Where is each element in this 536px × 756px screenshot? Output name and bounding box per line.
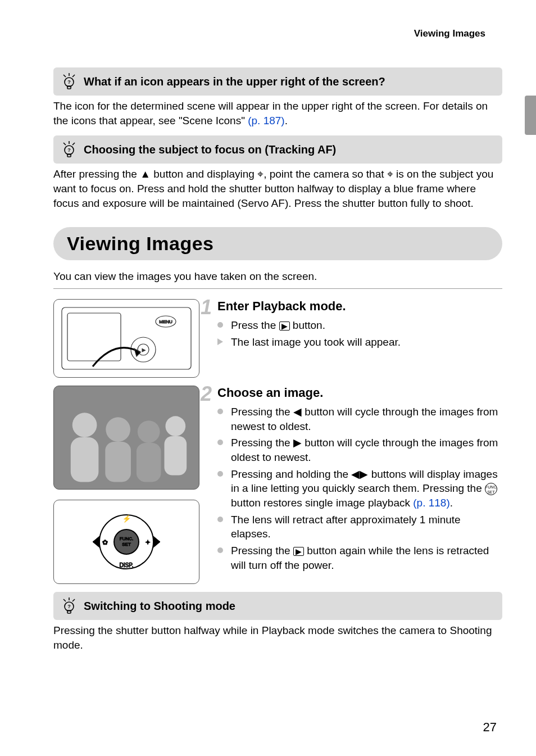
playback-button-icon: ▶ bbox=[293, 547, 304, 556]
step-heading: Choose an image. bbox=[211, 386, 502, 400]
step-number: 2 bbox=[201, 382, 212, 406]
running-header: Viewing Images bbox=[53, 28, 502, 39]
svg-rect-10 bbox=[67, 154, 71, 157]
text: The lens will retract after approximatel… bbox=[231, 514, 461, 540]
tip-body: The icon for the determined scene will a… bbox=[53, 99, 502, 128]
svg-text:?: ? bbox=[67, 604, 71, 609]
tip-body: Pressing the shutter button halfway whil… bbox=[53, 623, 502, 652]
svg-text:?: ? bbox=[67, 79, 71, 85]
text: Press the bbox=[231, 319, 279, 331]
tip-box-switching-mode: ? Switching to Shooting mode bbox=[53, 592, 502, 620]
svg-text:⚡: ⚡ bbox=[122, 514, 131, 523]
bullet-list: Press the ▶ button. The last image you t… bbox=[211, 318, 502, 349]
playback-button-icon: ▶ bbox=[279, 322, 290, 331]
lightbulb-icon: ? bbox=[61, 141, 77, 158]
tip-title: Switching to Shooting mode bbox=[84, 600, 235, 613]
tip-box-tracking-af: ? Choosing the subject to focus on (Trac… bbox=[53, 135, 502, 164]
svg-text:?: ? bbox=[67, 147, 71, 153]
svg-point-23 bbox=[138, 420, 160, 443]
bullet-item: The lens will retract after approximatel… bbox=[217, 513, 502, 541]
bullet-list: Pressing the ◀ button will cycle through… bbox=[211, 405, 502, 572]
svg-rect-43 bbox=[67, 610, 71, 613]
bullet-item: Press the ▶ button. bbox=[217, 318, 502, 333]
section-heading: Viewing Images bbox=[53, 227, 502, 260]
svg-rect-13 bbox=[67, 313, 121, 361]
tip-header: ? What if an icon appears in the upper r… bbox=[61, 73, 494, 90]
lightbulb-icon: ? bbox=[61, 73, 77, 90]
tip-header: ? Choosing the subject to focus on (Trac… bbox=[61, 141, 494, 158]
step-illustration: ▶ MENU bbox=[53, 299, 199, 378]
step-number: 1 bbox=[201, 296, 212, 319]
bullet-item: Pressing and holding the ◀▶ buttons will… bbox=[217, 467, 502, 510]
divider bbox=[53, 288, 502, 289]
bullet-item: The last image you took will appear. bbox=[217, 335, 502, 350]
tip-body: After pressing the ▲ button and displayi… bbox=[53, 167, 502, 210]
svg-text:SET: SET bbox=[122, 542, 131, 547]
dot-icon bbox=[217, 440, 223, 445]
svg-text:✿: ✿ bbox=[102, 538, 108, 546]
step-1: ▶ MENU 1 Enter Playback mode. Press the … bbox=[53, 299, 502, 378]
control-dial-illustration: FUNC. SET ⚡ DISP. ✿ ✦ bbox=[53, 500, 199, 584]
page: Viewing Images ? What if an icon appears… bbox=[0, 0, 536, 756]
page-number: 27 bbox=[483, 720, 497, 735]
tip-title: Choosing the subject to focus on (Tracki… bbox=[84, 143, 336, 156]
svg-marker-38 bbox=[153, 536, 160, 547]
svg-rect-27 bbox=[137, 443, 161, 482]
text: Pressing the bbox=[231, 545, 293, 556]
bullet-item: Pressing the ◀ button will cycle through… bbox=[217, 405, 502, 433]
section-intro: You can view the images you have taken o… bbox=[53, 270, 502, 283]
step-heading: Enter Playback mode. bbox=[211, 299, 502, 314]
section-heading-wrap: Viewing Images bbox=[53, 227, 502, 260]
bullet-item: Pressing the ▶ button will cycle through… bbox=[217, 436, 502, 464]
tip-box-icon-upper-right: ? What if an icon appears in the upper r… bbox=[53, 67, 502, 96]
svg-line-7 bbox=[63, 143, 66, 145]
text: button restores single image playback bbox=[231, 497, 413, 509]
step-illustration-col: FUNC. SET ⚡ DISP. ✿ ✦ bbox=[53, 386, 199, 584]
svg-point-24 bbox=[165, 416, 185, 436]
svg-rect-4 bbox=[67, 86, 71, 89]
page-reference-link[interactable]: (p. 118) bbox=[413, 497, 449, 509]
triangle-icon bbox=[217, 338, 223, 345]
text: . bbox=[285, 115, 288, 126]
svg-point-21 bbox=[72, 413, 97, 438]
text: Pressing the ◀ button will cycle through… bbox=[231, 406, 498, 432]
svg-line-41 bbox=[72, 599, 75, 601]
text: . bbox=[450, 497, 453, 509]
lightbulb-icon: ? bbox=[61, 597, 77, 614]
svg-text:▶: ▶ bbox=[142, 348, 146, 352]
text: Pressing and holding the ◀▶ buttons will… bbox=[231, 468, 498, 495]
svg-line-1 bbox=[63, 75, 66, 77]
section-tab bbox=[525, 96, 536, 135]
camera-back-illustration: ▶ MENU bbox=[53, 299, 199, 378]
step-2: FUNC. SET ⚡ DISP. ✿ ✦ 2 Choose an image.… bbox=[53, 386, 502, 584]
svg-line-40 bbox=[63, 599, 66, 601]
svg-text:FUNC.: FUNC. bbox=[120, 536, 133, 541]
svg-line-2 bbox=[72, 75, 75, 77]
svg-rect-26 bbox=[105, 442, 131, 482]
svg-marker-37 bbox=[93, 536, 99, 547]
text: Pressing the ▶ button will cycle through… bbox=[231, 437, 498, 463]
tip-header: ? Switching to Shooting mode bbox=[61, 597, 494, 614]
dot-icon bbox=[217, 547, 223, 553]
step-content: 1 Enter Playback mode. Press the ▶ butto… bbox=[211, 299, 502, 378]
dot-icon bbox=[217, 409, 223, 414]
text: The last image you took will appear. bbox=[231, 336, 401, 348]
dot-icon bbox=[217, 471, 223, 477]
text: button. bbox=[290, 319, 325, 331]
step-content: 2 Choose an image. Pressing the ◀ button… bbox=[211, 386, 502, 584]
svg-rect-25 bbox=[71, 437, 99, 482]
svg-rect-28 bbox=[164, 436, 187, 475]
dot-icon bbox=[217, 322, 223, 328]
sample-photo-illustration bbox=[53, 386, 199, 490]
tip-title: What if an icon appears in the upper rig… bbox=[84, 75, 385, 88]
svg-text:DISP.: DISP. bbox=[120, 562, 134, 568]
bullet-item: Pressing the ▶ button again while the le… bbox=[217, 544, 502, 572]
svg-text:MENU: MENU bbox=[159, 319, 172, 324]
dot-icon bbox=[217, 517, 223, 522]
svg-point-22 bbox=[106, 417, 130, 442]
svg-line-8 bbox=[72, 143, 75, 145]
func-set-button-icon: FUNC.SET bbox=[485, 483, 497, 495]
page-reference-link[interactable]: (p. 187) bbox=[248, 115, 284, 126]
svg-text:✦: ✦ bbox=[145, 538, 151, 546]
